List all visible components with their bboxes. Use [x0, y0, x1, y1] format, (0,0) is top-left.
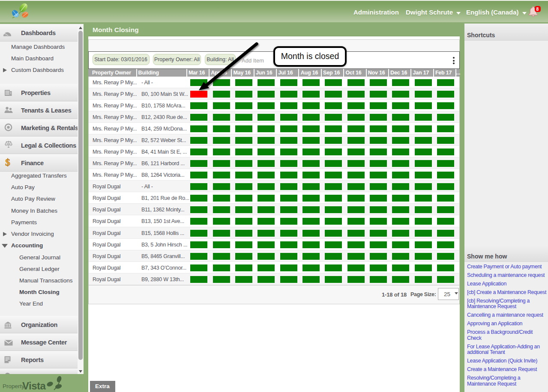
svg-text:$: $ [5, 157, 10, 167]
